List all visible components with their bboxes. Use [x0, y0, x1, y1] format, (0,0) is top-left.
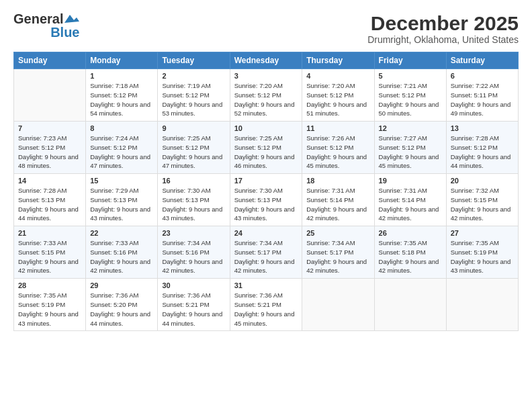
calendar-cell: 16Sunrise: 7:30 AM Sunset: 5:13 PM Dayli… — [158, 174, 230, 226]
day-info: Sunrise: 7:34 AM Sunset: 5:16 PM Dayligh… — [162, 238, 225, 275]
logo-bird-icon — [64, 15, 79, 24]
calendar-week-4: 21Sunrise: 7:33 AM Sunset: 5:15 PM Dayli… — [14, 226, 519, 279]
calendar-week-3: 14Sunrise: 7:28 AM Sunset: 5:13 PM Dayli… — [14, 174, 519, 226]
calendar-cell: 6Sunrise: 7:22 AM Sunset: 5:11 PM Daylig… — [446, 69, 518, 122]
day-info: Sunrise: 7:35 AM Sunset: 5:19 PM Dayligh… — [18, 291, 81, 328]
calendar-cell: 7Sunrise: 7:23 AM Sunset: 5:12 PM Daylig… — [14, 122, 86, 174]
calendar-cell: 19Sunrise: 7:31 AM Sunset: 5:14 PM Dayli… — [374, 174, 446, 226]
day-info: Sunrise: 7:31 AM Sunset: 5:14 PM Dayligh… — [379, 186, 442, 223]
day-info: Sunrise: 7:29 AM Sunset: 5:13 PM Dayligh… — [90, 186, 153, 223]
calendar-cell: 9Sunrise: 7:25 AM Sunset: 5:12 PM Daylig… — [158, 122, 230, 174]
day-number: 22 — [90, 229, 153, 237]
day-number: 23 — [162, 229, 225, 237]
calendar-cell: 11Sunrise: 7:26 AM Sunset: 5:12 PM Dayli… — [302, 122, 374, 174]
page-subtitle: Drumright, Oklahoma, United States — [367, 34, 519, 45]
calendar-week-5: 28Sunrise: 7:35 AM Sunset: 5:19 PM Dayli… — [14, 279, 519, 331]
col-wednesday: Wednesday — [230, 52, 302, 69]
calendar-header-row: Sunday Monday Tuesday Wednesday Thursday… — [14, 52, 519, 69]
day-number: 4 — [306, 72, 369, 80]
day-number: 12 — [379, 124, 442, 132]
calendar-cell: 1Sunrise: 7:18 AM Sunset: 5:12 PM Daylig… — [86, 69, 158, 122]
day-number: 19 — [379, 177, 442, 185]
calendar-cell — [14, 69, 86, 122]
day-number: 29 — [90, 281, 153, 289]
col-thursday: Thursday — [302, 52, 374, 69]
calendar-cell: 12Sunrise: 7:27 AM Sunset: 5:12 PM Dayli… — [374, 122, 446, 174]
day-number: 30 — [162, 281, 225, 289]
col-friday: Friday — [374, 52, 446, 69]
day-number: 7 — [18, 124, 81, 132]
day-number: 9 — [162, 124, 225, 132]
calendar-cell: 15Sunrise: 7:29 AM Sunset: 5:13 PM Dayli… — [86, 174, 158, 226]
calendar-cell: 14Sunrise: 7:28 AM Sunset: 5:13 PM Dayli… — [14, 174, 86, 226]
calendar-cell: 8Sunrise: 7:24 AM Sunset: 5:12 PM Daylig… — [86, 122, 158, 174]
day-number: 10 — [234, 124, 298, 132]
col-sunday: Sunday — [14, 52, 86, 69]
calendar-table: Sunday Monday Tuesday Wednesday Thursday… — [13, 52, 519, 331]
calendar-cell: 23Sunrise: 7:34 AM Sunset: 5:16 PM Dayli… — [158, 226, 230, 279]
calendar-cell: 5Sunrise: 7:21 AM Sunset: 5:12 PM Daylig… — [374, 69, 446, 122]
page: General Blue December 2025 Drumright, Ok… — [0, 0, 532, 411]
day-number: 25 — [306, 229, 369, 237]
calendar-cell: 31Sunrise: 7:36 AM Sunset: 5:21 PM Dayli… — [230, 279, 302, 331]
calendar-cell: 26Sunrise: 7:35 AM Sunset: 5:18 PM Dayli… — [374, 226, 446, 279]
title-block: December 2025 Drumright, Oklahoma, Unite… — [367, 12, 519, 45]
calendar-cell: 2Sunrise: 7:19 AM Sunset: 5:12 PM Daylig… — [158, 69, 230, 122]
day-info: Sunrise: 7:28 AM Sunset: 5:12 PM Dayligh… — [451, 134, 514, 171]
day-number: 2 — [162, 72, 225, 80]
day-number: 31 — [234, 281, 298, 289]
day-info: Sunrise: 7:36 AM Sunset: 5:21 PM Dayligh… — [162, 291, 225, 328]
svg-marker-0 — [64, 15, 79, 23]
calendar-cell: 24Sunrise: 7:34 AM Sunset: 5:17 PM Dayli… — [230, 226, 302, 279]
col-monday: Monday — [86, 52, 158, 69]
day-number: 11 — [306, 124, 369, 132]
day-number: 3 — [234, 72, 298, 80]
day-info: Sunrise: 7:32 AM Sunset: 5:15 PM Dayligh… — [451, 186, 514, 223]
day-info: Sunrise: 7:36 AM Sunset: 5:21 PM Dayligh… — [234, 291, 298, 328]
col-tuesday: Tuesday — [158, 52, 230, 69]
day-info: Sunrise: 7:30 AM Sunset: 5:13 PM Dayligh… — [234, 186, 298, 223]
day-number: 14 — [18, 177, 81, 185]
day-info: Sunrise: 7:19 AM Sunset: 5:12 PM Dayligh… — [162, 81, 225, 118]
day-info: Sunrise: 7:33 AM Sunset: 5:15 PM Dayligh… — [18, 238, 81, 275]
day-info: Sunrise: 7:33 AM Sunset: 5:16 PM Dayligh… — [90, 238, 153, 275]
calendar-cell: 4Sunrise: 7:20 AM Sunset: 5:12 PM Daylig… — [302, 69, 374, 122]
day-number: 17 — [234, 177, 298, 185]
day-number: 20 — [451, 177, 514, 185]
day-info: Sunrise: 7:25 AM Sunset: 5:12 PM Dayligh… — [162, 134, 225, 171]
calendar-cell — [302, 279, 374, 331]
day-number: 13 — [451, 124, 514, 132]
day-info: Sunrise: 7:24 AM Sunset: 5:12 PM Dayligh… — [90, 134, 153, 171]
calendar-cell: 3Sunrise: 7:20 AM Sunset: 5:12 PM Daylig… — [230, 69, 302, 122]
day-info: Sunrise: 7:34 AM Sunset: 5:17 PM Dayligh… — [234, 238, 298, 275]
calendar-cell — [446, 279, 518, 331]
day-number: 18 — [306, 177, 369, 185]
day-info: Sunrise: 7:35 AM Sunset: 5:19 PM Dayligh… — [451, 238, 514, 275]
calendar-week-1: 1Sunrise: 7:18 AM Sunset: 5:12 PM Daylig… — [14, 69, 519, 122]
calendar-cell — [374, 279, 446, 331]
day-number: 1 — [90, 72, 153, 80]
calendar-cell: 25Sunrise: 7:34 AM Sunset: 5:17 PM Dayli… — [302, 226, 374, 279]
day-number: 28 — [18, 281, 81, 289]
calendar-week-2: 7Sunrise: 7:23 AM Sunset: 5:12 PM Daylig… — [14, 122, 519, 174]
day-info: Sunrise: 7:25 AM Sunset: 5:12 PM Dayligh… — [234, 134, 298, 171]
day-info: Sunrise: 7:31 AM Sunset: 5:14 PM Dayligh… — [306, 186, 369, 223]
day-info: Sunrise: 7:30 AM Sunset: 5:13 PM Dayligh… — [162, 186, 225, 223]
day-number: 5 — [379, 72, 442, 80]
calendar-cell: 22Sunrise: 7:33 AM Sunset: 5:16 PM Dayli… — [86, 226, 158, 279]
day-number: 6 — [451, 72, 514, 80]
logo: General Blue — [13, 12, 79, 39]
header: General Blue December 2025 Drumright, Ok… — [13, 12, 519, 45]
page-title: December 2025 — [367, 12, 519, 34]
day-number: 26 — [379, 229, 442, 237]
calendar-cell: 17Sunrise: 7:30 AM Sunset: 5:13 PM Dayli… — [230, 174, 302, 226]
day-number: 15 — [90, 177, 153, 185]
col-saturday: Saturday — [446, 52, 518, 69]
day-info: Sunrise: 7:35 AM Sunset: 5:18 PM Dayligh… — [379, 238, 442, 275]
calendar-cell: 30Sunrise: 7:36 AM Sunset: 5:21 PM Dayli… — [158, 279, 230, 331]
calendar-cell: 13Sunrise: 7:28 AM Sunset: 5:12 PM Dayli… — [446, 122, 518, 174]
logo-blue-text: Blue — [50, 26, 79, 39]
day-info: Sunrise: 7:22 AM Sunset: 5:11 PM Dayligh… — [451, 81, 514, 118]
calendar-cell: 10Sunrise: 7:25 AM Sunset: 5:12 PM Dayli… — [230, 122, 302, 174]
day-info: Sunrise: 7:18 AM Sunset: 5:12 PM Dayligh… — [90, 81, 153, 118]
